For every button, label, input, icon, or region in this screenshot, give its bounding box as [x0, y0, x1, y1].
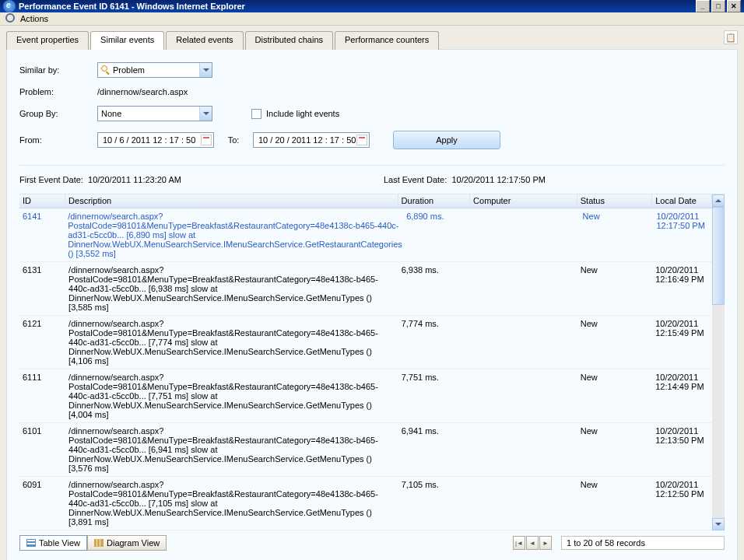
cell-duration: 6,938 ms. — [398, 264, 471, 313]
table-row[interactable]: 6111/dinnernow/search.aspx?PostalCode=98… — [19, 369, 712, 423]
cell-duration: 7,105 ms. — [398, 479, 471, 527]
col-id[interactable]: ID — [19, 194, 65, 208]
chart-icon — [94, 539, 104, 547]
scroll-down-button[interactable] — [712, 518, 725, 530]
from-date-value: 10 / 6 / 2011 12 : 17 : 50 — [103, 135, 195, 145]
cell-id: 6111 — [19, 372, 65, 420]
cell-id: 6091 — [19, 479, 65, 527]
similar-by-combo[interactable]: Problem — [97, 62, 212, 78]
similar-by-value: Problem — [113, 65, 145, 75]
table-row[interactable]: 6091/dinnernow/search.aspx?PostalCode=98… — [19, 477, 712, 530]
col-local-date[interactable]: Local Date — [652, 194, 712, 208]
cell-date: 10/20/2011 12:14:49 PM — [652, 372, 712, 420]
diagram-view-button[interactable]: Diagram View — [87, 535, 167, 551]
from-label: From: — [19, 135, 97, 145]
group-by-label: Group By: — [19, 109, 97, 118]
similar-by-label: Similar by: — [19, 65, 97, 75]
to-date-input[interactable]: 10 / 20 / 2011 12 : 17 : 50 — [253, 132, 370, 148]
from-date-input[interactable]: 10 / 6 / 2011 12 : 17 : 50 — [97, 132, 214, 148]
include-light-label: Include light events — [266, 109, 339, 118]
cell-description: /dinnernow/search.aspx?PostalCode=98101&… — [65, 425, 398, 474]
cell-date: 10/20/2011 12:16:49 PM — [652, 264, 712, 313]
scroll-up-button[interactable] — [712, 194, 725, 207]
cell-status: New — [577, 264, 652, 313]
close-button[interactable]: ✕ — [727, 0, 741, 12]
tab-related-events[interactable]: Related events — [166, 31, 243, 50]
col-status[interactable]: Status — [577, 194, 652, 208]
last-event-value: 10/20/2011 12:17:50 PM — [451, 175, 545, 184]
vertical-scrollbar[interactable] — [712, 194, 725, 530]
cell-duration: 6,941 ms. — [398, 425, 471, 474]
cell-computer — [470, 318, 577, 366]
actions-toolbar: Actions — [0, 12, 744, 26]
actions-label[interactable]: Actions — [20, 14, 48, 23]
ie-icon — [3, 0, 16, 12]
prev-page-button[interactable]: ◄ — [526, 536, 539, 550]
cell-computer — [470, 425, 577, 474]
separator — [19, 165, 725, 166]
event-date-summary: First Event Date: 10/20/2011 11:23:20 AM… — [19, 175, 725, 184]
col-computer[interactable]: Computer — [470, 194, 577, 208]
grid-wrap: ID Description Duration Computer Status … — [19, 194, 725, 530]
last-event-label: Last Event Date: — [384, 175, 447, 184]
cell-description: /dinnernow/search.aspx?PostalCode=98101&… — [65, 372, 398, 420]
properties-icon[interactable]: 📋 — [724, 30, 738, 44]
tab-performance-counters[interactable]: Performance counters — [335, 31, 439, 50]
col-duration[interactable]: Duration — [398, 194, 471, 208]
events-grid: ID Description Duration Computer Status … — [19, 194, 712, 530]
problem-label: Problem: — [19, 87, 97, 96]
chevron-down-icon[interactable] — [199, 63, 212, 77]
cell-id: 6131 — [19, 264, 65, 313]
table-row[interactable]: 6121/dinnernow/search.aspx?PostalCode=98… — [19, 316, 712, 369]
table-row[interactable]: 6141/dinnernow/search.aspx?PostalCode=98… — [19, 208, 712, 262]
problem-value: /dinnernow/search.aspx — [97, 87, 188, 96]
cell-status: New — [580, 211, 654, 259]
to-label: To: — [214, 135, 253, 145]
first-page-button[interactable]: |◄ — [513, 536, 525, 550]
cell-date: 10/20/2011 12:15:49 PM — [652, 318, 712, 366]
calendar-icon[interactable] — [356, 135, 367, 145]
col-description[interactable]: Description — [65, 194, 398, 208]
magnifier-icon — [101, 65, 111, 75]
tab-similar-events[interactable]: Similar events — [90, 31, 164, 50]
first-event-value: 10/20/2011 11:23:20 AM — [88, 175, 181, 184]
scroll-thumb[interactable] — [712, 207, 725, 305]
group-by-combo[interactable]: None — [97, 106, 212, 121]
cell-date: 10/20/2011 12:12:50 PM — [652, 479, 712, 527]
cell-description[interactable]: /dinnernow/search.aspx?PostalCode=98101&… — [65, 211, 403, 259]
cell-date: 10/20/2011 12:17:50 PM — [653, 211, 712, 259]
cell-description: /dinnernow/search.aspx?PostalCode=98101&… — [65, 264, 398, 313]
first-event-label: First Event Date: — [19, 175, 83, 184]
cell-id: 6121 — [19, 318, 65, 366]
next-page-button[interactable]: ► — [539, 536, 552, 550]
grid-header: ID Description Duration Computer Status … — [19, 194, 712, 208]
cell-description: /dinnernow/search.aspx?PostalCode=98101&… — [65, 479, 398, 527]
tab-event-properties[interactable]: Event properties — [6, 31, 89, 50]
cell-id: 6101 — [19, 425, 65, 474]
gear-icon — [5, 12, 17, 25]
table-row[interactable]: 6131/dinnernow/search.aspx?PostalCode=98… — [19, 262, 712, 316]
include-light-checkbox[interactable] — [251, 109, 261, 119]
window-title: Performance Event ID 6141 - Windows Inte… — [19, 2, 696, 11]
tabs: Event properties Similar events Related … — [6, 30, 738, 49]
scroll-track[interactable] — [712, 305, 725, 518]
grid-footer: Table View Diagram View |◄ ◄ ► 1 to 20 o… — [19, 534, 725, 552]
cell-id[interactable]: 6141 — [19, 211, 65, 259]
cell-computer — [474, 211, 579, 259]
records-count: 1 to 20 of 58 records — [561, 536, 725, 550]
cell-description: /dinnernow/search.aspx?PostalCode=98101&… — [65, 318, 398, 366]
apply-button[interactable]: Apply — [393, 131, 500, 149]
calendar-icon[interactable] — [201, 135, 212, 145]
cell-computer — [470, 479, 577, 527]
group-by-value: None — [101, 109, 121, 118]
cell-duration: 6,890 ms. — [403, 211, 474, 259]
tab-distributed-chains[interactable]: Distributed chains — [245, 31, 333, 50]
cell-duration: 7,751 ms. — [398, 372, 471, 420]
minimize-button[interactable]: _ — [696, 0, 710, 12]
table-row[interactable]: 6101/dinnernow/search.aspx?PostalCode=98… — [19, 423, 712, 477]
chevron-down-icon[interactable] — [199, 107, 212, 121]
maximize-button[interactable]: □ — [711, 0, 725, 12]
cell-status: New — [577, 372, 652, 420]
table-view-button[interactable]: Table View — [19, 535, 87, 551]
cell-date: 10/20/2011 12:13:50 PM — [652, 425, 712, 474]
